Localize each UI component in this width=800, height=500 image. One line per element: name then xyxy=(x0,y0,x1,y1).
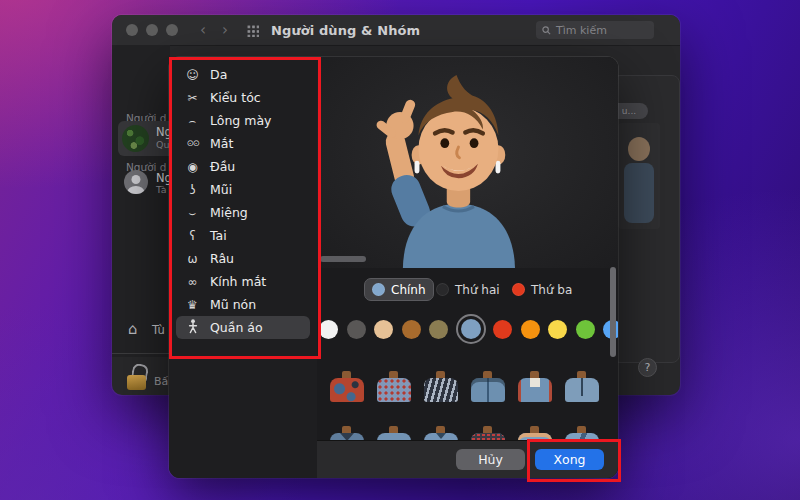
color-swatch[interactable] xyxy=(461,319,481,339)
pose-scrollbar[interactable] xyxy=(320,256,366,262)
search-icon xyxy=(542,26,551,35)
lock-hint-text: Bấ xyxy=(154,375,168,388)
clothing-neck xyxy=(342,371,351,378)
memoji-figure xyxy=(349,71,564,268)
clothing-body xyxy=(424,378,458,402)
color-swatch[interactable] xyxy=(429,320,448,339)
login-options-item[interactable]: Tù xyxy=(152,323,165,337)
tab-label: Chính xyxy=(391,283,426,297)
clothing-neck xyxy=(436,426,445,433)
window-title: Người dùng & Nhóm xyxy=(271,23,420,38)
color-swatch[interactable] xyxy=(347,320,366,339)
color-swatch[interactable] xyxy=(548,320,567,339)
cancel-button[interactable]: Hủy xyxy=(456,449,525,470)
clothing-option-floral-blouse[interactable] xyxy=(372,371,416,402)
current-user-detail: Qu xyxy=(156,139,170,150)
annotation-box-categories xyxy=(169,57,321,359)
clothing-neck xyxy=(389,371,398,378)
clothing-neck xyxy=(436,371,445,378)
desktop-background: ‹ › Người dùng & Nhóm Tìm kiếm Người d N… xyxy=(0,0,800,500)
back-icon[interactable]: ‹ xyxy=(200,23,206,38)
color-swatch[interactable] xyxy=(402,320,421,339)
remove-user-button[interactable]: − xyxy=(142,356,154,357)
search-input[interactable]: Tìm kiếm xyxy=(536,21,654,39)
other-user-name: Ng xyxy=(156,171,170,185)
tab-label: Thứ ba xyxy=(531,283,572,297)
editor-main-panel: ChínhThứ haiThứ ba Hủy Xong xyxy=(317,57,618,478)
clothing-option-striped-poncho[interactable] xyxy=(419,371,463,402)
color-dot-icon xyxy=(512,283,525,296)
other-user-detail: Tà xyxy=(156,184,167,195)
zoom-button[interactable] xyxy=(166,24,178,36)
window-titlebar: ‹ › Người dùng & Nhóm Tìm kiếm xyxy=(112,15,680,46)
current-user-name: Ng xyxy=(156,125,170,139)
forward-icon[interactable]: › xyxy=(222,23,228,38)
clothing-neck xyxy=(530,371,539,378)
vertical-scrollbar[interactable] xyxy=(610,267,616,357)
memoji-pose-preview[interactable] xyxy=(317,57,618,268)
avatar-thumbnail[interactable] xyxy=(618,123,660,229)
clothing-body xyxy=(330,378,364,402)
clothing-body xyxy=(471,378,505,402)
apps-grid-icon[interactable] xyxy=(246,24,259,37)
color-swatch[interactable] xyxy=(521,320,540,339)
color-swatch[interactable] xyxy=(576,320,595,339)
home-icon: ⌂ xyxy=(128,320,138,338)
color-swatch[interactable] xyxy=(319,320,338,339)
clothing-neck xyxy=(577,371,586,378)
tab-chinh[interactable]: Chính xyxy=(364,278,434,301)
other-user-avatar[interactable] xyxy=(124,170,148,194)
tab-thu-ba[interactable]: Thứ ba xyxy=(505,278,579,301)
clothing-neck xyxy=(483,371,492,378)
clothing-option-trim-tunic[interactable] xyxy=(513,371,557,402)
tab-label: Thứ hai xyxy=(455,283,500,297)
clothing-option-patterned-tee[interactable] xyxy=(325,371,369,402)
users-sidebar: Người d Ng Qu Người d Ng Tà ⌂ Tù + − xyxy=(112,45,170,357)
divider xyxy=(112,353,170,354)
current-user-avatar[interactable] xyxy=(122,125,149,152)
color-swatch[interactable] xyxy=(493,320,512,339)
add-user-button[interactable]: + xyxy=(124,356,136,357)
color-swatch[interactable] xyxy=(374,320,393,339)
tab-thu-hai[interactable]: Thứ hai xyxy=(429,278,507,301)
clothing-neck xyxy=(389,426,398,433)
annotation-box-done-button xyxy=(527,439,621,482)
minimize-button[interactable] xyxy=(146,24,158,36)
clothing-body xyxy=(565,378,599,402)
clothing-neck xyxy=(530,426,539,433)
color-dot-icon xyxy=(372,283,385,296)
clothing-neck xyxy=(342,426,351,433)
search-placeholder: Tìm kiếm xyxy=(556,24,607,37)
clothing-body xyxy=(377,378,411,402)
clothing-neck xyxy=(577,426,586,433)
help-button[interactable]: ? xyxy=(638,358,657,377)
color-swatch-row xyxy=(317,316,618,342)
clothing-body xyxy=(518,378,552,402)
color-dot-icon xyxy=(436,283,449,296)
clothing-option-hoodie[interactable] xyxy=(466,371,510,402)
clothing-neck xyxy=(483,426,492,433)
clothing-option-zip-shirt[interactable] xyxy=(560,371,604,402)
traffic-lights xyxy=(126,24,178,36)
close-button[interactable] xyxy=(126,24,138,36)
unlock-padlock-icon[interactable] xyxy=(127,375,146,390)
